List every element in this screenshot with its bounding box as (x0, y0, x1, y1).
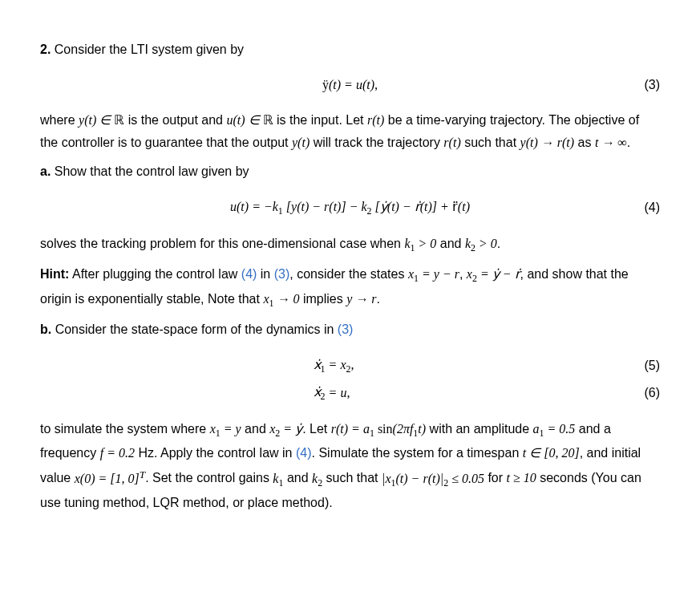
hint-label: Hint: (40, 267, 69, 281)
eq6-number: (6) (644, 382, 660, 404)
hint-paragraph: Hint: After plugging the control law (4)… (40, 263, 660, 311)
intro-text: Consider the LTI system given by (55, 43, 244, 56)
eq6-lhs: ẋ2 (40, 381, 327, 405)
eq6-rhs: = u, (327, 382, 350, 404)
equation-5: ẋ1 = x2, (5) (40, 354, 660, 378)
problem-number: 2. (40, 43, 51, 56)
equation-4: u(t) = −k1 [y(t) − r(t)] − k2 [ẏ(t) − ṙ(… (40, 196, 660, 220)
f-val: f = 0.2 (100, 446, 135, 460)
ref-eq3[interactable]: (3) (274, 267, 290, 281)
r-t: r(t) (367, 113, 384, 127)
eq5-rhs: = x2, (327, 354, 354, 378)
t-ge-10: t ≥ 10 (507, 472, 536, 485)
r-t-2: r(t) (443, 136, 460, 149)
part-b: b. Consider the state-space form of the … (40, 318, 660, 341)
r-def: r(t) = a1 sin(2πf1t) (331, 422, 426, 436)
part-b-paragraph: to simulate the system where x1 = y and … (40, 418, 660, 514)
equation-3: ÿ(t) = u(t), (3) (40, 74, 660, 96)
x1-y: x1 = y (210, 422, 241, 436)
x0: x(0) = [1, 0]T (75, 472, 145, 485)
x2-ydot: x2 = ẏ (269, 422, 302, 436)
k1: k1 (273, 472, 283, 485)
k1-pos: k1 > 0 (404, 237, 436, 250)
u-in-R: u(t) ∈ ℝ (226, 113, 273, 127)
err-cond: |x1(t) − r(t)|2 ≤ 0.05 (382, 472, 484, 485)
eq4-number: (4) (644, 197, 660, 219)
ref-eq4[interactable]: (4) (241, 267, 257, 281)
eq4-content: u(t) = −k1 [y(t) − r(t)] − k2 [ẏ(t) − ṙ(… (230, 196, 470, 220)
eq5-number: (5) (644, 355, 660, 377)
y-t: y(t) (292, 136, 310, 149)
y-to-r-short: y → r (346, 292, 376, 306)
part-a-label: a. (40, 164, 51, 178)
k2: k2 (312, 472, 322, 485)
a1-val: a1 = 0.5 (533, 422, 576, 436)
x2-def: x2 = ẏ − ṙ (467, 267, 520, 281)
t-span: t ∈ [0, 20] (523, 446, 580, 460)
eq3-content: ÿ(t) = u(t), (322, 74, 378, 96)
equation-5-6: ẋ1 = x2, (5) ẋ2 = u, (6) (40, 354, 660, 405)
t-to-inf: t → ∞ (595, 136, 627, 149)
part-a-after: solves the tracking problem for this one… (40, 233, 660, 257)
y-to-r: y(t) → r(t) (520, 136, 575, 149)
k2-pos: k2 > 0 (465, 237, 497, 250)
problem-intro: 2. Consider the LTI system given by (40, 39, 660, 61)
equation-6: ẋ2 = u, (6) (40, 381, 660, 405)
ref-eq3-b[interactable]: (3) (338, 322, 354, 336)
x1-def: x1 = y − r (408, 267, 459, 281)
paragraph-1: where y(t) ∈ ℝ is the output and u(t) ∈ … (40, 109, 660, 154)
y-in-R: y(t) ∈ ℝ (79, 113, 124, 127)
eq3-number: (3) (644, 74, 660, 96)
part-a: a. Show that the control law given by (40, 160, 660, 183)
eq5-lhs: ẋ1 (40, 354, 327, 378)
part-b-label: b. (40, 322, 51, 336)
ref-eq4-b[interactable]: (4) (296, 446, 312, 460)
x1-to-0: x1 → 0 (263, 292, 299, 306)
